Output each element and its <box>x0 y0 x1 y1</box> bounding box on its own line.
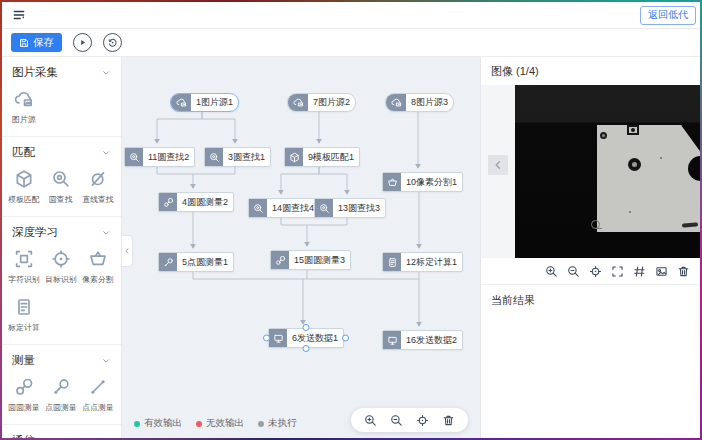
flow-node-5[interactable]: 5点圆测量1 <box>158 252 234 272</box>
tool-sidebar: 图片采集图片源匹配模板匹配圆查找直线查找深度学习字符识别目标识别像素分割标定计算… <box>2 57 122 438</box>
label-mark <box>682 222 698 227</box>
flow-node-11[interactable]: 11圆查找2 <box>124 147 195 167</box>
prev-image-button[interactable] <box>488 155 508 175</box>
node-icon-box <box>125 148 143 166</box>
sidebar-section-header[interactable]: 通信 <box>2 429 121 438</box>
sidebar-tool-item[interactable]: 模板匹配 <box>5 169 42 206</box>
back-to-lowcode-button[interactable]: 返回低代 <box>640 6 696 25</box>
legend-item: 未执行 <box>258 417 297 430</box>
run-continuous-button[interactable] <box>103 33 122 52</box>
flow-node-6[interactable]: 6发送数据1 <box>268 328 344 348</box>
sidebar-section: 通信 <box>2 425 121 438</box>
tool-label: 圆圆测量 <box>8 402 39 413</box>
tool-label: 像素分割 <box>82 274 113 285</box>
chevron-down-icon <box>101 68 111 78</box>
selection-handle[interactable] <box>303 324 310 331</box>
selection-handle[interactable] <box>342 335 349 342</box>
trash-icon[interactable] <box>442 414 455 427</box>
ocr-icon <box>14 249 34 269</box>
sidebar-section-header[interactable]: 测量 <box>2 349 121 371</box>
node-icon-box <box>271 251 289 269</box>
sidebar-section: 测量圆圆测量点圆测量点点测量 <box>2 345 121 425</box>
sidebar-collapse-handle[interactable] <box>122 235 133 267</box>
flow-node-13[interactable]: 13圆查找3 <box>314 198 386 218</box>
save-label: 保存 <box>33 36 54 50</box>
node-icon-box <box>249 199 267 217</box>
flow-node-10[interactable]: 10像素分割1 <box>382 172 463 192</box>
zoom-out-icon[interactable] <box>390 414 403 427</box>
flow-node-1[interactable]: 1图片源1 <box>170 93 239 112</box>
viewer-side-strip <box>481 85 515 258</box>
zoom-out-icon[interactable] <box>567 265 580 278</box>
flow-node-14[interactable]: 14圆查找4 <box>248 198 320 218</box>
menu-button[interactable] <box>10 6 28 24</box>
image-icon[interactable] <box>655 265 668 278</box>
run-button[interactable] <box>73 33 92 52</box>
save-button[interactable]: 保存 <box>11 33 62 52</box>
locate-icon[interactable] <box>589 265 602 278</box>
sidebar-tool-item[interactable]: 圆查找 <box>42 169 79 206</box>
action-toolbar: 保存 <box>2 29 700 57</box>
tool-label: 模板匹配 <box>8 194 39 205</box>
sidebar-tool-item[interactable]: 字符识别 <box>5 249 42 286</box>
point-circle-icon <box>163 257 174 268</box>
selection-handle[interactable] <box>263 335 270 342</box>
flow-node-4[interactable]: 4圆圆测量2 <box>158 192 234 212</box>
sidebar-tool-item[interactable]: 图片源 <box>5 89 42 126</box>
node-label: 3圆查找1 <box>223 148 270 166</box>
sidebar-tool-item[interactable]: 像素分割 <box>79 249 116 286</box>
sidebar-tool-item[interactable]: 点圆测量 <box>42 377 79 414</box>
preview-panel: 图像 (1/4) <box>480 57 700 438</box>
tool-label: 目标识别 <box>45 274 76 285</box>
canvas-zoom-controls <box>351 408 468 432</box>
cloud-image-icon <box>391 97 402 108</box>
sidebar-tool-item[interactable]: 目标识别 <box>42 249 79 286</box>
selection-handle[interactable] <box>303 345 310 352</box>
legend-item: 无效输出 <box>196 417 244 430</box>
tool-label: 图片源 <box>12 114 35 125</box>
flow-node-7[interactable]: 7图片源2 <box>287 93 356 112</box>
node-icon-box <box>269 329 287 347</box>
node-label: 6发送数据1 <box>287 329 343 347</box>
sidebar-section-header[interactable]: 图片采集 <box>2 61 121 83</box>
tool-label: 标定计算 <box>8 322 39 333</box>
locate-icon[interactable] <box>416 414 429 427</box>
edge-notch <box>688 156 700 181</box>
flow-node-9[interactable]: 9模板匹配1 <box>284 147 360 167</box>
zoom-in-icon[interactable] <box>545 265 558 278</box>
tool-label: 点圆测量 <box>45 402 76 413</box>
flow-canvas[interactable]: 1图片源17图片源28图片源311圆查找23圆查找19模板匹配110像素分割14… <box>122 57 480 438</box>
sidebar-tool-item[interactable]: 标定计算 <box>5 297 42 334</box>
chevron-down-icon <box>101 228 111 238</box>
save-icon <box>19 38 29 48</box>
flow-node-8[interactable]: 8图片源3 <box>385 93 454 112</box>
preview-title: 图像 (1/4) <box>481 57 700 85</box>
sidebar-section-header[interactable]: 深度学习 <box>2 221 121 243</box>
corner-hole <box>600 132 607 139</box>
flow-node-12[interactable]: 12标定计算1 <box>382 252 463 272</box>
legend-dot <box>196 421 202 427</box>
sidebar-tool-item[interactable]: 点点测量 <box>79 377 116 414</box>
sidebar-section: 匹配模板匹配圆查找直线查找 <box>2 137 121 217</box>
flow-node-15[interactable]: 15圆圆测量3 <box>270 250 351 270</box>
node-label: 7图片源2 <box>308 94 355 111</box>
sidebar-tool-item[interactable]: 圆圆测量 <box>5 377 42 414</box>
zoom-in-icon[interactable] <box>364 414 377 427</box>
flow-node-3[interactable]: 3圆查找1 <box>204 147 271 167</box>
node-label: 9模板匹配1 <box>303 148 359 166</box>
sidebar-tool-item[interactable]: 直线查找 <box>79 169 116 206</box>
sidebar-section-header[interactable]: 匹配 <box>2 141 121 163</box>
point-point-icon <box>88 377 108 397</box>
section-title: 通信 <box>12 433 35 438</box>
node-label: 4圆圆测量2 <box>177 193 233 211</box>
node-label: 16发送数据2 <box>401 331 462 349</box>
inspection-photo[interactable] <box>515 85 700 258</box>
expand-icon[interactable] <box>611 265 624 278</box>
doc-calc-icon <box>14 297 34 317</box>
legend-label: 有效输出 <box>144 417 182 430</box>
flow-node-16[interactable]: 16发送数据2 <box>382 330 463 350</box>
legend-dot <box>134 421 140 427</box>
grid-icon[interactable] <box>633 265 646 278</box>
trash-icon[interactable] <box>677 265 690 278</box>
sidebar-section: 图片采集图片源 <box>2 57 121 137</box>
